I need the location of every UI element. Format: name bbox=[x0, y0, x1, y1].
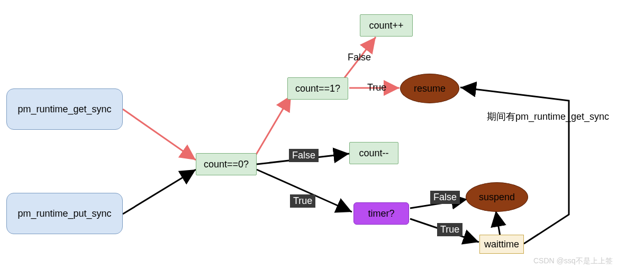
node-waittime-label: waittime bbox=[484, 239, 519, 250]
label-count1-false: False bbox=[348, 52, 371, 63]
label-count0-true: True bbox=[290, 194, 315, 208]
watermark: CSDN @ssq不是上上签 bbox=[533, 256, 613, 266]
node-get-sync: pm_runtime_get_sync bbox=[6, 88, 123, 130]
node-timer-label: timer? bbox=[368, 208, 394, 219]
node-count-inc-label: count++ bbox=[369, 20, 403, 31]
node-count1-label: count==1? bbox=[295, 83, 340, 94]
node-count0: count==0? bbox=[196, 153, 257, 175]
node-count-dec: count-- bbox=[349, 142, 398, 164]
node-count-dec-label: count-- bbox=[359, 148, 388, 159]
node-count1: count==1? bbox=[287, 77, 348, 100]
node-resume-label: resume bbox=[414, 83, 446, 94]
node-put-sync: pm_runtime_put_sync bbox=[6, 193, 123, 234]
node-timer: timer? bbox=[353, 202, 409, 225]
node-count-inc: count++ bbox=[360, 14, 413, 37]
label-count1-true: True bbox=[367, 82, 386, 93]
label-timer-false: False bbox=[430, 191, 460, 204]
node-suspend: suspend bbox=[466, 182, 528, 212]
node-count0-label: count==0? bbox=[204, 159, 249, 170]
label-waittime-resume: 期间有pm_runtime_get_sync bbox=[487, 110, 619, 123]
label-count0-false: False bbox=[289, 149, 319, 162]
node-waittime: waittime bbox=[479, 235, 524, 254]
node-put-sync-label: pm_runtime_put_sync bbox=[17, 208, 111, 219]
node-resume: resume bbox=[400, 74, 459, 103]
node-suspend-label: suspend bbox=[479, 192, 515, 203]
label-timer-true: True bbox=[437, 223, 462, 236]
node-get-sync-label: pm_runtime_get_sync bbox=[17, 104, 111, 115]
